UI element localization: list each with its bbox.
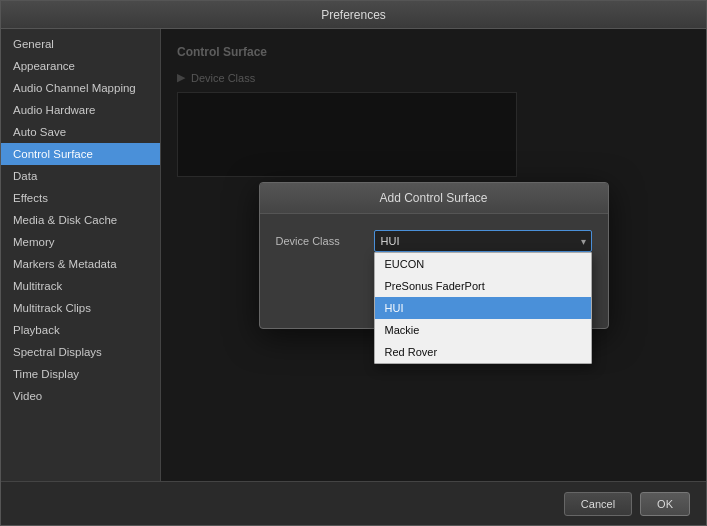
sidebar-item-video[interactable]: Video [1,385,160,407]
dropdown-option-presonus-faderport[interactable]: PreSonus FaderPort [375,275,591,297]
sidebar-item-audio-hardware[interactable]: Audio Hardware [1,99,160,121]
device-class-row: Device Class HUI ▾ EUCONPreSonus FaderPo… [276,230,592,252]
sidebar-item-general[interactable]: General [1,33,160,55]
title-bar: Preferences [1,1,706,29]
sidebar-item-appearance[interactable]: Appearance [1,55,160,77]
sidebar-item-memory[interactable]: Memory [1,231,160,253]
sidebar: GeneralAppearanceAudio Channel MappingAu… [1,29,161,481]
sidebar-item-playback[interactable]: Playback [1,319,160,341]
cancel-button[interactable]: Cancel [564,492,632,516]
modal-overlay: Add Control Surface Device Class HUI ▾ E… [161,29,706,481]
dropdown-option-eucon[interactable]: EUCON [375,253,591,275]
sidebar-item-auto-save[interactable]: Auto Save [1,121,160,143]
sidebar-item-markers-metadata[interactable]: Markers & Metadata [1,253,160,275]
dropdown-option-mackie[interactable]: Mackie [375,319,591,341]
sidebar-item-control-surface[interactable]: Control Surface [1,143,160,165]
device-class-label: Device Class [276,235,366,247]
add-control-surface-dialog: Add Control Surface Device Class HUI ▾ E… [259,182,609,329]
device-class-select-container[interactable]: HUI ▾ EUCONPreSonus FaderPortHUIMackieRe… [374,230,592,252]
preferences-window: Preferences GeneralAppearanceAudio Chann… [0,0,707,526]
dropdown-option-hui[interactable]: HUI [375,297,591,319]
sidebar-item-audio-channel-mapping[interactable]: Audio Channel Mapping [1,77,160,99]
bottom-bar: Cancel OK [1,481,706,525]
dropdown-option-red-rover[interactable]: Red Rover [375,341,591,363]
sidebar-item-data[interactable]: Data [1,165,160,187]
modal-title: Add Control Surface [260,183,608,214]
sidebar-item-multitrack-clips[interactable]: Multitrack Clips [1,297,160,319]
main-panel: Control Surface ▶ Device Class Add Contr… [161,29,706,481]
content-area: GeneralAppearanceAudio Channel MappingAu… [1,29,706,481]
ok-button[interactable]: OK [640,492,690,516]
device-class-dropdown[interactable]: EUCONPreSonus FaderPortHUIMackieRed Rove… [374,252,592,364]
window-title: Preferences [321,8,386,22]
sidebar-item-spectral-displays[interactable]: Spectral Displays [1,341,160,363]
modal-body: Device Class HUI ▾ EUCONPreSonus FaderPo… [260,214,608,280]
sidebar-item-effects[interactable]: Effects [1,187,160,209]
sidebar-item-multitrack[interactable]: Multitrack [1,275,160,297]
device-class-select[interactable]: HUI [374,230,592,252]
sidebar-item-time-display[interactable]: Time Display [1,363,160,385]
sidebar-item-media-disk-cache[interactable]: Media & Disk Cache [1,209,160,231]
